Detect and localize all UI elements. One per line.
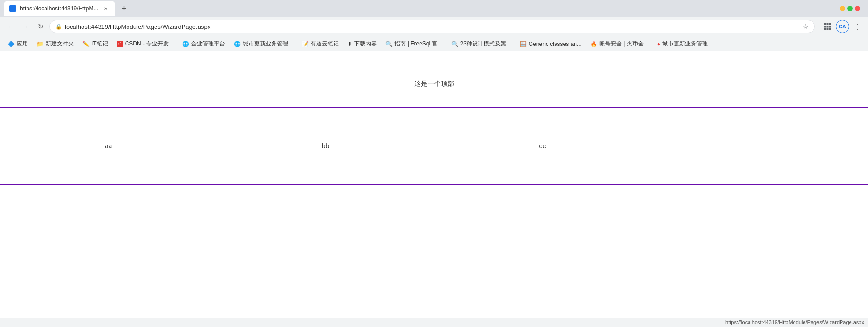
edit-icon: ✏️ [82, 41, 90, 47]
bookmark-label: Generic classes an... [529, 41, 582, 47]
note-icon: 📝 [302, 41, 309, 47]
svg-rect-7 [826, 28, 828, 30]
svg-rect-1 [826, 23, 828, 25]
bookmark-label: 有道云笔记 [311, 40, 339, 48]
bookmark-downloads[interactable]: ⬇ 下载内容 [344, 38, 381, 49]
bookmark-label: 23种设计模式及案... [460, 40, 511, 48]
csdn-icon: C [117, 41, 123, 47]
bookmark-enterprise[interactable]: 🌐 企业管理平台 [178, 38, 229, 49]
tab-title: https://localhost:44319/HttpM... [20, 5, 98, 12]
bookmark-apps[interactable]: 🔷 应用 [4, 38, 32, 49]
lock-icon: 🔒 [55, 24, 62, 30]
reload-button[interactable]: ↻ [34, 20, 47, 33]
top-right-buttons: CA ⋮ [821, 20, 864, 33]
navigation-bar: ← → ↻ 🔒 localhost:44319/HttpModule/Pages… [0, 17, 868, 36]
wizard-table: aa bb cc [0, 107, 868, 185]
bookmark-label: 城市更新业务管理... [243, 40, 293, 48]
wizard-cell-aa: aa [0, 108, 217, 184]
folder-icon: 📁 [37, 41, 44, 47]
bookmark-city-update1[interactable]: 🌐 城市更新业务管理... [230, 38, 297, 49]
bookmark-new-folder[interactable]: 📁 新建文件夹 [33, 38, 78, 49]
minimize-button[interactable] [840, 6, 845, 11]
active-tab[interactable]: https://localhost:44319/HttpM... ✕ [4, 1, 115, 16]
address-right-icons: ☆ [803, 23, 809, 30]
bookmark-label: 应用 [17, 40, 28, 48]
cell-label-aa: aa [105, 142, 112, 150]
svg-rect-5 [829, 26, 831, 27]
bookmark-label: IT笔记 [91, 40, 108, 48]
tab-close-button[interactable]: ✕ [102, 5, 110, 12]
maximize-button[interactable] [847, 6, 853, 11]
bookmark-city-update2[interactable]: ● 城市更新业务管理... [653, 38, 716, 49]
back-button[interactable]: ← [4, 20, 17, 33]
page-content: 这是一个顶部 aa bb cc [0, 51, 868, 326]
bookmark-label: 账号安全 | 火币全... [599, 40, 649, 48]
bookmark-account-security[interactable]: 🔥 账号安全 | 火币全... [586, 38, 652, 49]
bookmark-it-notes[interactable]: ✏️ IT笔记 [79, 38, 112, 49]
bookmark-label: 新建文件夹 [46, 40, 74, 48]
apps-grid-icon[interactable] [821, 20, 834, 33]
bookmark-label: 企业管理平台 [191, 40, 225, 48]
svg-rect-6 [824, 28, 826, 30]
new-tab-button[interactable]: + [117, 2, 130, 15]
svg-rect-2 [829, 23, 831, 25]
search-icon: 🔍 [385, 41, 393, 47]
cell-label-cc: cc [539, 142, 546, 150]
window-controls [840, 6, 860, 11]
bookmark-label: 城市更新业务管理... [662, 40, 713, 48]
tab-bar: https://localhost:44319/HttpM... ✕ + [0, 0, 868, 17]
address-text: localhost:44319/HttpModule/Pages/WizardP… [65, 23, 800, 30]
red-circle-icon: ● [657, 41, 660, 47]
bookmark-label: 下载内容 [354, 40, 377, 48]
fire-icon: 🔥 [590, 41, 597, 47]
window-icon: 🪟 [520, 41, 527, 47]
svg-rect-4 [826, 26, 828, 27]
bookmark-generic[interactable]: 🪟 Generic classes an... [516, 39, 585, 49]
globe-icon: 🌐 [182, 41, 189, 47]
bookmark-bar: 🔷 应用 📁 新建文件夹 ✏️ IT笔记 C CSDN - 专业开发... 🌐 … [0, 36, 868, 51]
page-header: 这是一个顶部 [0, 51, 868, 107]
forward-button[interactable]: → [19, 20, 32, 33]
close-button[interactable] [855, 6, 860, 11]
bookmark-youdao[interactable]: 📝 有道云笔记 [298, 38, 343, 49]
wizard-cell-bb: bb [217, 108, 434, 184]
svg-rect-3 [824, 26, 826, 27]
globe-icon2: 🌐 [234, 41, 241, 47]
wizard-cell-empty [651, 108, 868, 184]
browser-chrome: https://localhost:44319/HttpM... ✕ + ← →… [0, 0, 868, 51]
cell-label-bb: bb [322, 142, 329, 150]
svg-rect-8 [829, 28, 831, 30]
bookmark-label: CSDN - 专业开发... [125, 40, 174, 48]
bookmark-design-patterns[interactable]: 🔍 23种设计模式及案... [448, 38, 515, 49]
svg-rect-0 [824, 23, 826, 25]
bookmark-label: 指南 | FreeSql 官... [394, 40, 442, 48]
bookmark-star-icon[interactable]: ☆ [803, 23, 809, 30]
bookmark-freesql[interactable]: 🔍 指南 | FreeSql 官... [382, 38, 446, 49]
header-text: 这是一个顶部 [414, 80, 454, 87]
status-url: https://localhost:44319/HttpModule/Pages… [725, 319, 864, 325]
apps-icon: 🔷 [8, 41, 15, 47]
status-bar: https://localhost:44319/HttpModule/Pages… [0, 318, 868, 326]
bookmark-csdn[interactable]: C CSDN - 专业开发... [113, 38, 178, 49]
profile-button[interactable]: CA [836, 20, 849, 33]
download-icon: ⬇ [347, 41, 352, 47]
menu-button[interactable]: ⋮ [851, 20, 864, 33]
search-icon2: 🔍 [451, 41, 458, 47]
wizard-cell-cc: cc [434, 108, 651, 184]
tab-favicon [9, 5, 16, 12]
address-bar[interactable]: 🔒 localhost:44319/HttpModule/Pages/Wizar… [49, 20, 815, 33]
